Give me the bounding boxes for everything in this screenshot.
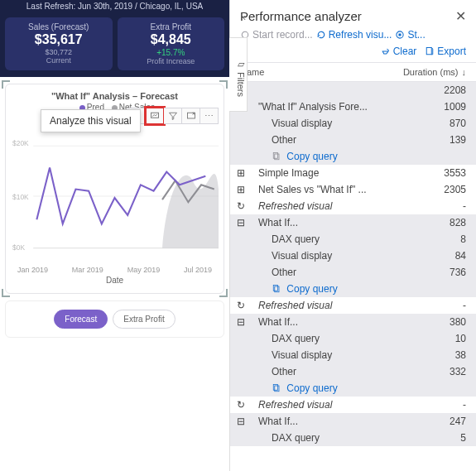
table-row: ↻Refreshed visual- — [230, 397, 476, 413]
chevron-left-icon[interactable]: ‹ — [243, 12, 246, 23]
table-row[interactable]: ⊞Simple Image3553 — [230, 165, 476, 181]
table-row: DAX query5 — [230, 430, 476, 446]
refresh-icon: ↻ — [235, 399, 247, 411]
table-row: Other139 — [230, 132, 476, 148]
filter-icon: ▱ — [236, 59, 246, 72]
svg-rect-13 — [273, 385, 277, 391]
x-ticks: Jan 2019Mar 2019May 2019Jul 2019 — [11, 266, 219, 274]
slicer: Forecast Extra Profit — [5, 300, 224, 338]
table-row[interactable]: ⊞Net Sales vs "What If" ...2305 — [230, 181, 476, 198]
table-row: Visual display38 — [230, 347, 476, 363]
chart-visual[interactable]: Analyze this visual "What If" Analysis –… — [5, 84, 224, 294]
refresh-visuals-button[interactable]: Refresh visu... — [316, 29, 392, 41]
resize-handle[interactable] — [219, 80, 228, 89]
refresh-icon: ↻ — [235, 200, 247, 212]
focus-mode-icon[interactable] — [182, 108, 200, 124]
column-duration[interactable]: Duration (ms) — [403, 67, 459, 77]
clear-button[interactable]: Clear — [381, 46, 417, 57]
y-tick: $0K — [12, 243, 25, 252]
card-delta: +15.7% — [121, 48, 222, 57]
table-row[interactable]: ⊟What If...828 — [230, 214, 476, 231]
collapse-icon[interactable]: ⊟ — [235, 217, 247, 228]
svg-rect-7 — [399, 34, 401, 36]
svg-rect-12 — [275, 286, 279, 292]
card-title: Sales (Forecast) — [8, 22, 109, 31]
svg-rect-9 — [273, 153, 277, 159]
refresh-bar: Last Refresh: Jun 30th, 2019 / Chicago, … — [0, 0, 229, 12]
table-row[interactable]: ⊟What If...380 — [230, 314, 476, 330]
filters-pane-tab[interactable]: ▱ Filters — [229, 37, 248, 112]
svg-rect-11 — [273, 286, 277, 291]
pill-forecast[interactable]: Forecast — [54, 310, 108, 329]
svg-rect-14 — [275, 386, 279, 392]
refresh-icon: ↻ — [235, 300, 247, 311]
copy-query-button[interactable]: Copy query — [230, 380, 476, 397]
start-recording-button[interactable]: Start record... — [240, 29, 313, 41]
more-options-icon[interactable]: ⋯ — [200, 108, 219, 124]
filter-icon[interactable] — [164, 108, 182, 124]
resize-handle[interactable] — [2, 80, 10, 89]
collapse-icon[interactable]: ⊟ — [235, 416, 247, 427]
sort-arrow-icon[interactable]: ↓ — [462, 67, 467, 77]
table-row: Other736 — [230, 264, 476, 281]
card-title: Extra Profit — [121, 22, 222, 31]
card-value: $35,617 — [8, 32, 109, 47]
forecast-band — [162, 174, 219, 248]
table-row[interactable]: ⊟"What If" Analysis Fore...1009 — [230, 99, 476, 115]
chart-plot-area: $20K $10K $0K — [11, 132, 219, 264]
card-sub: Profit Increase — [121, 57, 222, 65]
table-row[interactable]: 2208 — [230, 82, 476, 99]
analyze-visual-button[interactable] — [146, 108, 164, 124]
table-row: Other332 — [230, 363, 476, 380]
copy-query-button[interactable]: Copy query — [230, 281, 476, 297]
card-extra-profit[interactable]: Extra Profit $4,845 +15.7% Profit Increa… — [118, 17, 225, 70]
card-prev: $30,772 — [8, 48, 109, 56]
card-value: $4,845 — [121, 32, 222, 47]
panel-title: Performance analyzer — [240, 9, 362, 23]
copy-query-button[interactable]: Copy query — [230, 148, 476, 165]
stop-button[interactable]: St... — [395, 29, 425, 41]
tooltip-analyze-visual: Analyze this visual — [41, 109, 141, 132]
resize-handle[interactable] — [2, 289, 10, 297]
resize-handle[interactable] — [219, 289, 228, 297]
table-row: DAX query8 — [230, 231, 476, 248]
collapse-icon[interactable]: ⊟ — [235, 316, 247, 328]
svg-rect-8 — [427, 48, 432, 55]
table-row: Visual display870 — [230, 115, 476, 132]
pill-extra-profit[interactable]: Extra Profit — [113, 310, 175, 329]
expand-icon[interactable]: ⊞ — [235, 167, 247, 179]
table-row: DAX query10 — [230, 330, 476, 347]
table-row: ↻Refreshed visual- — [230, 297, 476, 314]
table-row: Visual display84 — [230, 248, 476, 264]
card-sales-forecast[interactable]: Sales (Forecast) $35,617 $30,772 Current — [5, 17, 113, 70]
close-icon[interactable]: ✕ — [455, 8, 466, 24]
y-tick: $20K — [12, 139, 29, 147]
table-row[interactable]: ⊟What If...247 — [230, 413, 476, 430]
visual-toolbar: ? ⋯ — [127, 108, 219, 124]
card-sub: Current — [8, 56, 109, 65]
table-row: ↻Refreshed visual- — [230, 198, 476, 214]
export-button[interactable]: Export — [425, 46, 466, 57]
svg-rect-10 — [275, 154, 279, 160]
expand-icon[interactable]: ⊞ — [235, 184, 247, 195]
y-tick: $10K — [12, 193, 29, 201]
chart-title: "What If" Analysis – Forecast — [11, 91, 219, 101]
x-axis-label: Date — [11, 276, 219, 285]
perf-list[interactable]: 2208 ⊟"What If" Analysis Fore...1009 Vis… — [230, 82, 476, 471]
